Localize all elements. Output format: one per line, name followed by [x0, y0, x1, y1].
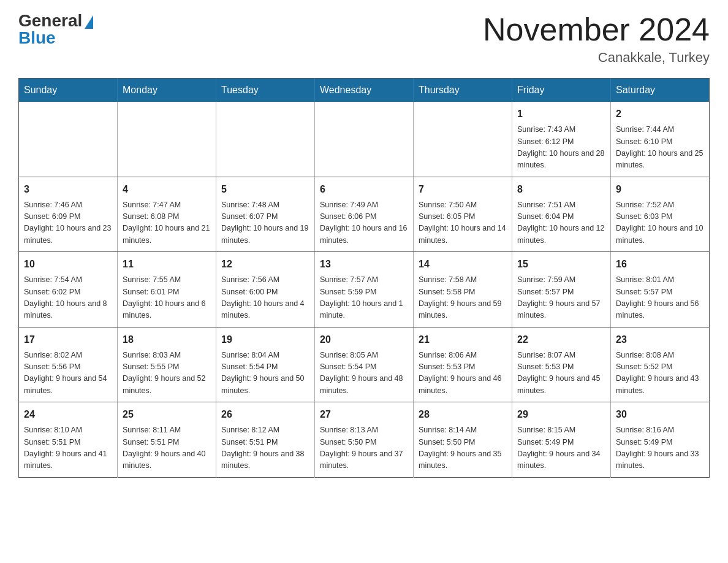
day-info: Sunrise: 8:13 AM Sunset: 5:50 PM Dayligh…	[320, 424, 408, 472]
calendar-cell: 23Sunrise: 8:08 AM Sunset: 5:52 PM Dayli…	[611, 327, 710, 402]
day-info: Sunrise: 8:05 AM Sunset: 5:54 PM Dayligh…	[320, 350, 408, 397]
calendar-cell: 25Sunrise: 8:11 AM Sunset: 5:51 PM Dayli…	[118, 402, 216, 478]
day-info: Sunrise: 8:12 AM Sunset: 5:51 PM Dayligh…	[221, 424, 309, 472]
calendar-cell: 27Sunrise: 8:13 AM Sunset: 5:50 PM Dayli…	[315, 402, 414, 478]
day-info: Sunrise: 7:56 AM Sunset: 6:00 PM Dayligh…	[221, 274, 309, 322]
calendar-cell: 22Sunrise: 8:07 AM Sunset: 5:53 PM Dayli…	[512, 327, 611, 402]
day-info: Sunrise: 8:01 AM Sunset: 5:57 PM Dayligh…	[616, 274, 704, 322]
weekday-header-monday: Monday	[118, 79, 216, 102]
day-number: 5	[221, 182, 309, 197]
day-number: 8	[517, 182, 605, 197]
day-info: Sunrise: 8:06 AM Sunset: 5:53 PM Dayligh…	[419, 350, 507, 397]
calendar-cell: 10Sunrise: 7:54 AM Sunset: 6:02 PM Dayli…	[19, 252, 118, 327]
day-number: 11	[123, 257, 211, 272]
weekday-header-tuesday: Tuesday	[216, 79, 315, 102]
day-info: Sunrise: 7:59 AM Sunset: 5:57 PM Dayligh…	[517, 274, 605, 322]
calendar-week-row: 17Sunrise: 8:02 AM Sunset: 5:56 PM Dayli…	[19, 327, 710, 402]
calendar-cell: 28Sunrise: 8:14 AM Sunset: 5:50 PM Dayli…	[414, 402, 512, 478]
calendar-week-row: 1Sunrise: 7:43 AM Sunset: 6:12 PM Daylig…	[19, 102, 710, 177]
weekday-header-thursday: Thursday	[414, 79, 512, 102]
calendar-cell: 4Sunrise: 7:47 AM Sunset: 6:08 PM Daylig…	[118, 177, 216, 252]
calendar-cell: 21Sunrise: 8:06 AM Sunset: 5:53 PM Dayli…	[414, 327, 512, 402]
calendar-header-row: SundayMondayTuesdayWednesdayThursdayFrid…	[19, 79, 710, 102]
weekday-header-wednesday: Wednesday	[315, 79, 414, 102]
day-number: 7	[419, 182, 507, 197]
day-number: 21	[419, 332, 507, 347]
day-number: 16	[616, 257, 704, 272]
calendar-subtitle: Canakkale, Turkey	[483, 50, 710, 66]
day-info: Sunrise: 7:47 AM Sunset: 6:08 PM Dayligh…	[123, 199, 211, 247]
day-number: 18	[123, 332, 211, 347]
calendar-week-row: 10Sunrise: 7:54 AM Sunset: 6:02 PM Dayli…	[19, 252, 710, 327]
calendar-cell: 16Sunrise: 8:01 AM Sunset: 5:57 PM Dayli…	[611, 252, 710, 327]
day-info: Sunrise: 7:44 AM Sunset: 6:10 PM Dayligh…	[616, 124, 704, 172]
calendar-title: November 2024	[483, 12, 710, 47]
day-number: 22	[517, 332, 605, 347]
day-info: Sunrise: 7:55 AM Sunset: 6:01 PM Dayligh…	[123, 274, 211, 322]
day-info: Sunrise: 7:57 AM Sunset: 5:59 PM Dayligh…	[320, 274, 408, 322]
day-number: 9	[616, 182, 704, 197]
weekday-header-friday: Friday	[512, 79, 611, 102]
day-number: 13	[320, 257, 408, 272]
day-number: 28	[419, 407, 507, 422]
logo-blue-text: Blue	[18, 29, 56, 47]
day-info: Sunrise: 8:15 AM Sunset: 5:49 PM Dayligh…	[517, 424, 605, 472]
day-info: Sunrise: 7:51 AM Sunset: 6:04 PM Dayligh…	[517, 199, 605, 247]
day-info: Sunrise: 8:08 AM Sunset: 5:52 PM Dayligh…	[616, 350, 704, 397]
day-number: 1	[517, 107, 605, 121]
calendar-cell: 19Sunrise: 8:04 AM Sunset: 5:54 PM Dayli…	[216, 327, 315, 402]
calendar-cell: 26Sunrise: 8:12 AM Sunset: 5:51 PM Dayli…	[216, 402, 315, 478]
day-number: 19	[221, 332, 309, 347]
day-info: Sunrise: 8:10 AM Sunset: 5:51 PM Dayligh…	[24, 424, 112, 472]
day-info: Sunrise: 8:07 AM Sunset: 5:53 PM Dayligh…	[517, 350, 605, 397]
calendar-cell: 2Sunrise: 7:44 AM Sunset: 6:10 PM Daylig…	[611, 102, 710, 177]
day-number: 17	[24, 332, 112, 347]
day-info: Sunrise: 7:54 AM Sunset: 6:02 PM Dayligh…	[24, 274, 112, 322]
calendar-week-row: 3Sunrise: 7:46 AM Sunset: 6:09 PM Daylig…	[19, 177, 710, 252]
day-number: 15	[517, 257, 605, 272]
calendar-cell: 14Sunrise: 7:58 AM Sunset: 5:58 PM Dayli…	[414, 252, 512, 327]
day-info: Sunrise: 7:43 AM Sunset: 6:12 PM Dayligh…	[517, 124, 605, 172]
calendar-cell: 12Sunrise: 7:56 AM Sunset: 6:00 PM Dayli…	[216, 252, 315, 327]
calendar-cell: 30Sunrise: 8:16 AM Sunset: 5:49 PM Dayli…	[611, 402, 710, 478]
calendar-cell	[315, 102, 414, 177]
calendar-cell: 8Sunrise: 7:51 AM Sunset: 6:04 PM Daylig…	[512, 177, 611, 252]
day-info: Sunrise: 7:58 AM Sunset: 5:58 PM Dayligh…	[419, 274, 507, 322]
day-number: 23	[616, 332, 704, 347]
day-info: Sunrise: 8:11 AM Sunset: 5:51 PM Dayligh…	[123, 424, 211, 472]
calendar-cell	[216, 102, 315, 177]
day-number: 29	[517, 407, 605, 422]
calendar-cell: 3Sunrise: 7:46 AM Sunset: 6:09 PM Daylig…	[19, 177, 118, 252]
day-number: 20	[320, 332, 408, 347]
calendar-cell: 24Sunrise: 8:10 AM Sunset: 5:51 PM Dayli…	[19, 402, 118, 478]
calendar-cell: 15Sunrise: 7:59 AM Sunset: 5:57 PM Dayli…	[512, 252, 611, 327]
calendar-cell: 29Sunrise: 8:15 AM Sunset: 5:49 PM Dayli…	[512, 402, 611, 478]
day-number: 27	[320, 407, 408, 422]
day-number: 25	[123, 407, 211, 422]
calendar-week-row: 24Sunrise: 8:10 AM Sunset: 5:51 PM Dayli…	[19, 402, 710, 478]
day-number: 6	[320, 182, 408, 197]
day-info: Sunrise: 7:46 AM Sunset: 6:09 PM Dayligh…	[24, 199, 112, 247]
day-number: 12	[221, 257, 309, 272]
day-info: Sunrise: 8:03 AM Sunset: 5:55 PM Dayligh…	[123, 350, 211, 397]
weekday-header-sunday: Sunday	[19, 79, 118, 102]
calendar-cell: 18Sunrise: 8:03 AM Sunset: 5:55 PM Dayli…	[118, 327, 216, 402]
day-info: Sunrise: 8:16 AM Sunset: 5:49 PM Dayligh…	[616, 424, 704, 472]
day-number: 3	[24, 182, 112, 197]
calendar-cell: 1Sunrise: 7:43 AM Sunset: 6:12 PM Daylig…	[512, 102, 611, 177]
calendar-cell	[118, 102, 216, 177]
calendar-table: SundayMondayTuesdayWednesdayThursdayFrid…	[18, 78, 710, 478]
weekday-header-saturday: Saturday	[611, 79, 710, 102]
calendar-cell: 17Sunrise: 8:02 AM Sunset: 5:56 PM Dayli…	[19, 327, 118, 402]
page-header: General Blue November 2024 Canakkale, Tu…	[18, 12, 710, 66]
day-info: Sunrise: 7:52 AM Sunset: 6:03 PM Dayligh…	[616, 199, 704, 247]
calendar-cell: 20Sunrise: 8:05 AM Sunset: 5:54 PM Dayli…	[315, 327, 414, 402]
calendar-cell: 13Sunrise: 7:57 AM Sunset: 5:59 PM Dayli…	[315, 252, 414, 327]
logo-general-text: General	[18, 12, 82, 29]
calendar-cell: 6Sunrise: 7:49 AM Sunset: 6:06 PM Daylig…	[315, 177, 414, 252]
day-number: 26	[221, 407, 309, 422]
day-info: Sunrise: 7:50 AM Sunset: 6:05 PM Dayligh…	[419, 199, 507, 247]
day-number: 2	[616, 107, 704, 121]
day-info: Sunrise: 8:04 AM Sunset: 5:54 PM Dayligh…	[221, 350, 309, 397]
calendar-cell: 11Sunrise: 7:55 AM Sunset: 6:01 PM Dayli…	[118, 252, 216, 327]
